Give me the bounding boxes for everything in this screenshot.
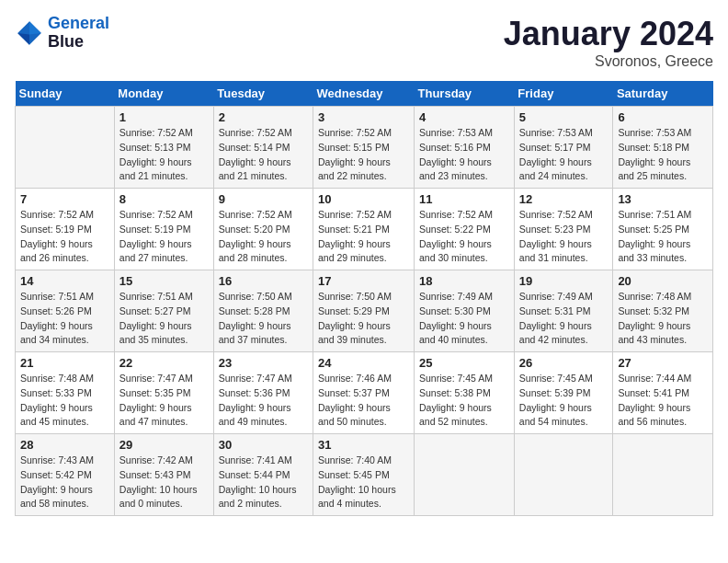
day-info: Sunrise: 7:49 AMSunset: 5:30 PMDaylight:… (419, 290, 509, 348)
day-info: Sunrise: 7:49 AMSunset: 5:31 PMDaylight:… (519, 290, 609, 348)
day-info: Sunrise: 7:43 AMSunset: 5:42 PMDaylight:… (20, 454, 109, 511)
weekday-header: Saturday (613, 81, 713, 107)
day-number: 27 (618, 356, 708, 370)
calendar-cell: 20Sunrise: 7:48 AMSunset: 5:32 PMDayligh… (613, 270, 713, 352)
calendar-cell: 19Sunrise: 7:49 AMSunset: 5:31 PMDayligh… (514, 270, 613, 352)
day-number: 6 (618, 110, 708, 124)
calendar-cell: 22Sunrise: 7:47 AMSunset: 5:35 PMDayligh… (114, 352, 213, 434)
weekday-header: Tuesday (213, 81, 313, 107)
svg-marker-1 (29, 21, 41, 34)
calendar-cell: 14Sunrise: 7:51 AMSunset: 5:26 PMDayligh… (16, 270, 115, 352)
logo-text: General Blue (48, 15, 109, 52)
calendar-cell: 28Sunrise: 7:43 AMSunset: 5:42 PMDayligh… (16, 434, 115, 516)
day-number: 31 (318, 438, 409, 452)
calendar-week-row: 14Sunrise: 7:51 AMSunset: 5:26 PMDayligh… (16, 270, 713, 352)
calendar-cell: 10Sunrise: 7:52 AMSunset: 5:21 PMDayligh… (313, 189, 415, 270)
day-info: Sunrise: 7:52 AMSunset: 5:19 PMDaylight:… (119, 208, 209, 266)
calendar-cell: 26Sunrise: 7:45 AMSunset: 5:39 PMDayligh… (514, 352, 613, 434)
calendar-cell: 17Sunrise: 7:50 AMSunset: 5:29 PMDayligh… (313, 270, 415, 352)
day-number: 30 (219, 438, 308, 452)
day-info: Sunrise: 7:48 AMSunset: 5:32 PMDaylight:… (618, 290, 708, 348)
day-number: 17 (318, 274, 409, 288)
calendar-cell: 6Sunrise: 7:53 AMSunset: 5:18 PMDaylight… (613, 107, 713, 189)
day-number: 11 (419, 192, 509, 206)
day-number: 29 (119, 438, 209, 452)
day-number: 1 (119, 110, 209, 124)
day-info: Sunrise: 7:52 AMSunset: 5:22 PMDaylight:… (419, 208, 509, 266)
day-number: 5 (519, 110, 609, 124)
day-info: Sunrise: 7:52 AMSunset: 5:21 PMDaylight:… (318, 208, 409, 266)
day-number: 13 (618, 192, 708, 206)
day-number: 26 (519, 356, 609, 370)
day-number: 2 (219, 110, 308, 124)
day-info: Sunrise: 7:40 AMSunset: 5:45 PMDaylight:… (318, 454, 409, 511)
calendar-cell: 29Sunrise: 7:42 AMSunset: 5:43 PMDayligh… (114, 434, 213, 516)
day-info: Sunrise: 7:53 AMSunset: 5:16 PMDaylight:… (419, 126, 509, 184)
weekday-header: Thursday (415, 81, 515, 107)
day-info: Sunrise: 7:51 AMSunset: 5:27 PMDaylight:… (119, 290, 209, 348)
day-number: 8 (119, 192, 209, 206)
day-number: 3 (318, 110, 409, 124)
day-info: Sunrise: 7:47 AMSunset: 5:35 PMDaylight:… (119, 372, 209, 430)
calendar-cell: 12Sunrise: 7:52 AMSunset: 5:23 PMDayligh… (514, 189, 613, 270)
logo-icon (15, 18, 44, 48)
calendar-cell: 18Sunrise: 7:49 AMSunset: 5:30 PMDayligh… (415, 270, 515, 352)
page-title: January 2024 (504, 15, 713, 53)
calendar-cell (415, 434, 515, 516)
day-info: Sunrise: 7:48 AMSunset: 5:33 PMDaylight:… (20, 372, 109, 430)
calendar-cell: 8Sunrise: 7:52 AMSunset: 5:19 PMDaylight… (114, 189, 213, 270)
day-number: 24 (318, 356, 409, 370)
calendar-week-row: 28Sunrise: 7:43 AMSunset: 5:42 PMDayligh… (16, 434, 713, 516)
day-info: Sunrise: 7:51 AMSunset: 5:26 PMDaylight:… (20, 290, 109, 348)
day-info: Sunrise: 7:51 AMSunset: 5:25 PMDaylight:… (618, 208, 708, 266)
weekday-header-row: SundayMondayTuesdayWednesdayThursdayFrid… (16, 81, 713, 107)
day-info: Sunrise: 7:45 AMSunset: 5:38 PMDaylight:… (419, 372, 509, 430)
day-info: Sunrise: 7:53 AMSunset: 5:18 PMDaylight:… (618, 126, 708, 184)
calendar-cell: 11Sunrise: 7:52 AMSunset: 5:22 PMDayligh… (415, 189, 515, 270)
calendar-cell (16, 107, 115, 189)
day-info: Sunrise: 7:52 AMSunset: 5:19 PMDaylight:… (20, 208, 109, 266)
day-number: 15 (119, 274, 209, 288)
logo: General Blue (15, 15, 109, 52)
calendar-cell: 25Sunrise: 7:45 AMSunset: 5:38 PMDayligh… (415, 352, 515, 434)
calendar-week-row: 7Sunrise: 7:52 AMSunset: 5:19 PMDaylight… (16, 189, 713, 270)
calendar-cell: 15Sunrise: 7:51 AMSunset: 5:27 PMDayligh… (114, 270, 213, 352)
logo-line2: Blue (48, 33, 109, 52)
day-info: Sunrise: 7:47 AMSunset: 5:36 PMDaylight:… (219, 372, 308, 430)
calendar-cell: 23Sunrise: 7:47 AMSunset: 5:36 PMDayligh… (213, 352, 313, 434)
calendar-cell (613, 434, 713, 516)
day-info: Sunrise: 7:52 AMSunset: 5:23 PMDaylight:… (519, 208, 609, 266)
day-number: 16 (219, 274, 308, 288)
day-info: Sunrise: 7:52 AMSunset: 5:20 PMDaylight:… (219, 208, 308, 266)
day-number: 28 (20, 438, 109, 452)
calendar-cell: 4Sunrise: 7:53 AMSunset: 5:16 PMDaylight… (415, 107, 515, 189)
day-number: 23 (219, 356, 308, 370)
weekday-header: Wednesday (313, 81, 415, 107)
day-number: 10 (318, 192, 409, 206)
title-block: January 2024 Svoronos, Greece (504, 15, 713, 70)
calendar-cell: 27Sunrise: 7:44 AMSunset: 5:41 PMDayligh… (613, 352, 713, 434)
day-number: 22 (119, 356, 209, 370)
calendar-cell: 2Sunrise: 7:52 AMSunset: 5:14 PMDaylight… (213, 107, 313, 189)
day-number: 12 (519, 192, 609, 206)
day-info: Sunrise: 7:42 AMSunset: 5:43 PMDaylight:… (119, 454, 209, 511)
calendar-table: SundayMondayTuesdayWednesdayThursdayFrid… (15, 81, 713, 516)
calendar-cell: 3Sunrise: 7:52 AMSunset: 5:15 PMDaylight… (313, 107, 415, 189)
day-number: 25 (419, 356, 509, 370)
day-info: Sunrise: 7:52 AMSunset: 5:14 PMDaylight:… (219, 126, 308, 184)
svg-marker-2 (17, 33, 29, 45)
day-number: 14 (20, 274, 109, 288)
logo-line1: General (48, 14, 109, 32)
calendar-cell: 5Sunrise: 7:53 AMSunset: 5:17 PMDaylight… (514, 107, 613, 189)
day-info: Sunrise: 7:50 AMSunset: 5:28 PMDaylight:… (219, 290, 308, 348)
day-info: Sunrise: 7:44 AMSunset: 5:41 PMDaylight:… (618, 372, 708, 430)
day-number: 19 (519, 274, 609, 288)
day-number: 4 (419, 110, 509, 124)
day-info: Sunrise: 7:46 AMSunset: 5:37 PMDaylight:… (318, 372, 409, 430)
day-number: 20 (618, 274, 708, 288)
day-info: Sunrise: 7:53 AMSunset: 5:17 PMDaylight:… (519, 126, 609, 184)
weekday-header: Monday (114, 81, 213, 107)
calendar-cell: 24Sunrise: 7:46 AMSunset: 5:37 PMDayligh… (313, 352, 415, 434)
day-info: Sunrise: 7:52 AMSunset: 5:15 PMDaylight:… (318, 126, 409, 184)
calendar-cell: 16Sunrise: 7:50 AMSunset: 5:28 PMDayligh… (213, 270, 313, 352)
